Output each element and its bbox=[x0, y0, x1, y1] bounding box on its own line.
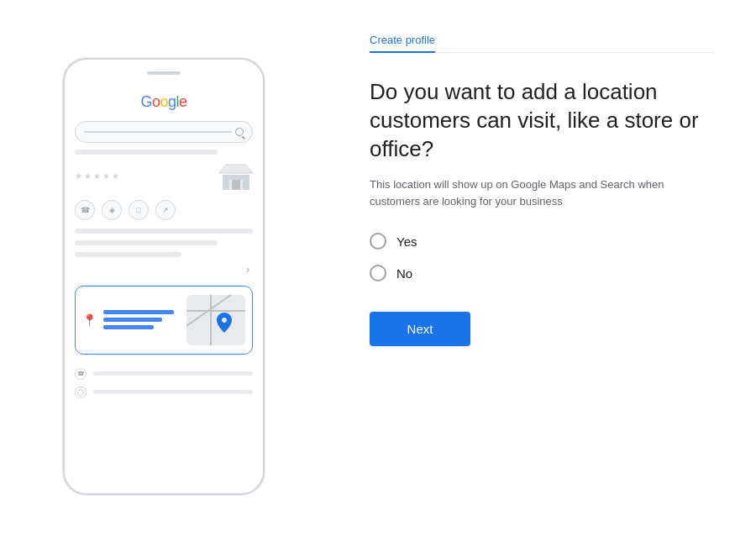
phone-search-bar bbox=[75, 121, 253, 143]
chevron-row: › bbox=[75, 264, 253, 276]
g-yellow: o bbox=[160, 93, 168, 110]
radio-option-yes[interactable]: Yes bbox=[370, 233, 714, 250]
direction-icon: ◈ bbox=[102, 200, 122, 220]
profile-tab: Create profile bbox=[370, 34, 714, 53]
radio-circle-yes bbox=[370, 233, 386, 250]
info-card-text bbox=[103, 310, 181, 329]
g-blue2: g bbox=[168, 93, 176, 110]
star-1: ★ bbox=[75, 171, 82, 181]
pin-icon-left: 📍 bbox=[82, 313, 97, 327]
save-icon: □ bbox=[129, 200, 149, 220]
bottom-call-icon: ☎ bbox=[75, 368, 87, 380]
share-symbol: ↗ bbox=[162, 206, 169, 214]
bottom-line-2 bbox=[93, 390, 253, 394]
question-heading: Do you want to add a location customers … bbox=[370, 78, 714, 163]
content-line-3 bbox=[75, 240, 218, 245]
radio-label-no: No bbox=[396, 266, 412, 281]
left-panel: Google ★ ★ ★ ★ ★ bbox=[0, 0, 328, 552]
phone-mockup: Google ★ ★ ★ ★ ★ bbox=[63, 58, 265, 495]
search-bar-line bbox=[84, 131, 232, 133]
phone-bottom: ☎ ◯ bbox=[75, 368, 253, 398]
map-h-line bbox=[186, 310, 245, 312]
radio-circle-no bbox=[370, 265, 386, 281]
radio-group: Yes No bbox=[370, 233, 714, 281]
info-card: 📍 bbox=[75, 286, 253, 355]
profile-header: Create profile bbox=[370, 34, 714, 53]
bottom-globe-icon: ◯ bbox=[75, 386, 87, 398]
bottom-line-1 bbox=[93, 371, 253, 376]
content-line-2 bbox=[75, 229, 253, 234]
profile-tab-label: Create profile bbox=[370, 34, 435, 53]
map-v-line bbox=[210, 295, 212, 345]
map-pin-icon bbox=[217, 313, 232, 337]
question-description: This location will show up on Google Map… bbox=[370, 176, 689, 209]
star-2: ★ bbox=[84, 171, 92, 181]
google-logo: Google bbox=[75, 93, 253, 111]
g-blue: G bbox=[140, 93, 152, 110]
bottom-row-2: ◯ bbox=[75, 386, 253, 398]
call-symbol: ☎ bbox=[81, 206, 90, 214]
card-line-2 bbox=[103, 318, 162, 322]
stars-row: ★ ★ ★ ★ ★ bbox=[75, 161, 253, 192]
search-icon bbox=[235, 128, 244, 136]
star-rating: ★ ★ ★ ★ ★ bbox=[75, 171, 119, 181]
star-4: ★ bbox=[102, 171, 110, 181]
chevron-icon: › bbox=[246, 264, 249, 276]
card-line-3 bbox=[103, 325, 154, 329]
direction-symbol: ◈ bbox=[109, 206, 115, 214]
radio-label-yes: Yes bbox=[396, 234, 417, 249]
card-line-1 bbox=[103, 310, 174, 314]
g-red2: e bbox=[179, 93, 187, 110]
call-icon: ☎ bbox=[75, 200, 95, 220]
content-line-1 bbox=[75, 150, 218, 155]
right-panel: Create profile Do you want to add a loca… bbox=[328, 0, 756, 552]
svg-rect-2 bbox=[232, 180, 240, 190]
content-line-4 bbox=[75, 252, 181, 257]
next-button[interactable]: Next bbox=[370, 312, 470, 346]
star-5: ★ bbox=[112, 171, 119, 181]
store-icon bbox=[219, 161, 253, 192]
radio-option-no[interactable]: No bbox=[370, 265, 714, 281]
share-icon: ↗ bbox=[155, 200, 176, 220]
map-thumbnail bbox=[186, 295, 245, 345]
bottom-row-1: ☎ bbox=[75, 368, 253, 380]
phone-speaker bbox=[147, 71, 181, 75]
save-symbol: □ bbox=[136, 206, 140, 214]
action-icons-row: ☎ ◈ □ ↗ bbox=[75, 200, 253, 220]
star-3: ★ bbox=[93, 171, 101, 181]
